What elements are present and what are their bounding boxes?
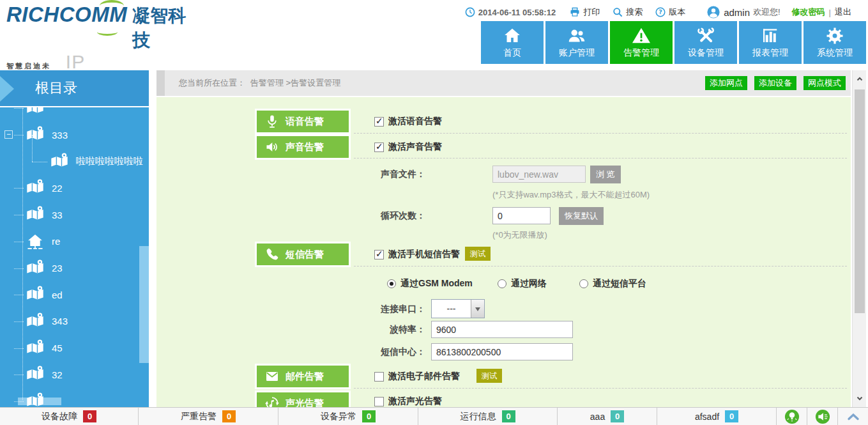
nav-tabs: 首页账户管理告警管理设备管理报表管理系统管理 [479,21,866,64]
tree-item-label: 23 [52,263,63,274]
tree-item-33[interactable]: 33 [0,201,149,228]
tab-系统管理[interactable]: 系统管理 [803,21,866,64]
collapse-toggle-icon[interactable]: − [4,130,13,139]
scroll-up-arrow[interactable] [853,72,867,87]
breadcrumb-prefix: 您当前所在位置： [179,77,245,89]
status-count-badge: 0 [725,410,738,422]
tree-item-45[interactable]: 45 [0,335,149,362]
search-button[interactable]: 搜索 [613,6,643,18]
status-cell-运行信息[interactable]: 运行信息0 [418,408,558,425]
status-cell-严重告警[interactable]: 严重告警0 [139,408,278,425]
tree-item-partial[interactable] [0,388,149,407]
status-label: afsadf [695,412,719,422]
status-cell-aaa[interactable]: aaa0 [558,408,657,425]
radio-button[interactable] [579,279,588,288]
sound-light-alarm-row: 激活声光告警 [374,396,442,406]
email-test-button[interactable]: 测试 [476,369,502,383]
change-password-link[interactable]: 修改密码 [792,6,825,18]
tab-label: 账户管理 [559,47,595,59]
version-button[interactable]: ? 版本 [655,6,685,18]
map-pin-icon [26,205,45,224]
radio-sms-platform[interactable]: 通过短信平台 [579,278,646,290]
add-device-button[interactable]: 添加设备 [754,76,796,90]
status-cell-afsadf[interactable]: afsadf0 [657,408,777,425]
radio-button[interactable] [498,279,506,288]
breadcrumb-marker [156,70,165,96]
tab-label: 告警管理 [623,47,659,59]
divider [354,388,847,389]
chevron-down-icon[interactable] [471,300,484,318]
restore-default-button[interactable]: 恢复默认 [559,207,604,225]
welcome-text: 欢迎您! [753,6,780,18]
tab-账户管理[interactable]: 账户管理 [545,21,608,64]
map-pin-icon [50,152,69,171]
voice-alarm-checkbox[interactable] [374,117,384,127]
radio-gsm-modem[interactable]: 通过GSM Modem [387,278,473,290]
tab-首页[interactable]: 首页 [481,21,544,64]
sidebar: 根目录 −333啦啦啦啦啦啦啦2233re23ed3434532 [0,70,149,407]
email-alarm-checkbox-label: 激活电子邮件告警 [388,371,460,382]
tree-item-22[interactable]: 22 [0,174,149,201]
tree-item-23[interactable]: 23 [0,255,149,282]
radio-network[interactable]: 通过网络 [498,278,547,290]
status-label: 设备异常 [321,411,356,422]
add-site-button[interactable]: 添加网点 [705,76,747,90]
lamp-icon [784,409,800,424]
serial-port-select[interactable]: --- [431,299,485,318]
tab-label: 首页 [503,47,521,59]
tree-item-label: 333 [52,130,68,141]
sidebar-header: 根目录 [0,70,149,107]
logout-link[interactable]: 退出 [835,6,851,18]
tree-item-re[interactable]: re [0,228,149,255]
envelope-icon [264,369,280,384]
home-icon [503,26,522,45]
radio-button[interactable] [387,279,396,288]
baud-rate-input[interactable] [431,321,573,338]
status-count-badge: 0 [222,410,236,422]
tree-item-32[interactable]: 32 [0,361,149,388]
tab-报表管理[interactable]: 报表管理 [739,21,802,64]
map-pin-icon [26,365,45,384]
tree-item-label: 45 [52,343,63,353]
sound-file-input[interactable] [492,166,586,183]
horn-alert-button[interactable] [807,408,838,425]
tab-告警管理[interactable]: 告警管理 [610,21,673,64]
tab-label: 系统管理 [817,47,853,59]
email-alarm-checkbox[interactable] [374,372,384,382]
sound-alarm-checkbox-label: 激活声音告警 [388,141,442,153]
logo-arc-icon [100,0,124,12]
sound-alarm-checkbox[interactable] [374,143,384,152]
loop-count-input[interactable] [492,207,551,224]
lamp-alert-button[interactable] [777,408,807,425]
separator: | [829,8,831,17]
sound-light-alarm-section-header: 声光告警 [255,390,351,407]
tree-item-343[interactable]: 343 [0,308,149,335]
header: RICHCOMM 凝智科技 智慧启迪未来 IP Power2012 http:/… [0,0,868,70]
tree-item-label: 啦啦啦啦啦啦啦 [76,155,143,167]
breadcrumb-bar: 您当前所在位置： 告警管理 >告警设置管理 添加网点 添加设备 网点模式 [156,70,851,96]
main-scrollbar[interactable] [852,70,866,407]
scrollbar-thumb[interactable] [855,89,865,313]
status-cell-设备异常[interactable]: 设备异常0 [278,408,418,425]
sms-center-input[interactable] [431,343,573,360]
status-cells: 设备故障0严重告警0设备异常0运行信息0aaa0afsadf0 [0,408,777,425]
status-label: 严重告警 [181,411,217,422]
status-cell-设备故障[interactable]: 设备故障0 [0,408,139,425]
status-label: 运行信息 [461,411,496,422]
site-mode-button[interactable]: 网点模式 [803,76,846,90]
status-count-badge: 0 [611,410,624,422]
tree-item-ed[interactable]: ed [0,281,149,308]
tab-设备管理[interactable]: 设备管理 [674,21,737,64]
collapse-statusbar-button[interactable] [838,408,868,425]
sound-alarm-row: 激活声音告警 [374,142,442,152]
sound-light-alarm-checkbox[interactable] [374,397,384,406]
sms-alarm-checkbox[interactable] [374,250,384,259]
print-button[interactable]: 打印 [570,6,600,18]
browse-button[interactable]: 浏 览 [590,166,621,183]
sms-alarm-checkbox-label: 激活手机短信告警 [388,249,460,260]
scroll-down-arrow[interactable] [853,390,867,406]
tree-item-啦啦啦啦啦啦啦[interactable]: 啦啦啦啦啦啦啦 [0,148,149,175]
home-icon [26,232,45,251]
tree-item-333[interactable]: −333 [0,121,149,148]
sms-test-button[interactable]: 测试 [465,247,491,261]
